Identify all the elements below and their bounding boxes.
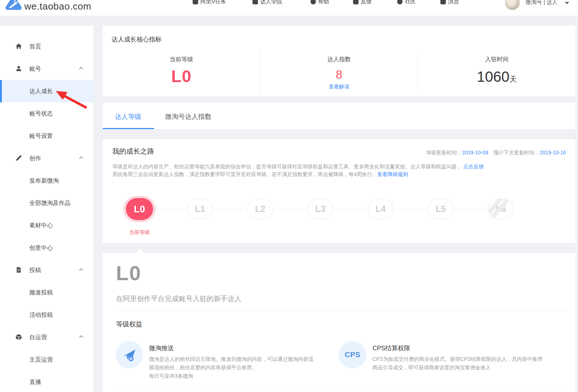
nav-item-community[interactable]: 社区: [397, 0, 416, 7]
level-badge-l4: L4: [368, 199, 393, 219]
metric-current-level: 当前等级 L0: [103, 52, 260, 92]
benefit2-description: CPS为按成交付费的商业化模式。获得CPS结算权限的达人，其内容中推荐 商品引导…: [372, 355, 543, 372]
next-update-date: 2019-10-16: [539, 150, 566, 155]
chevron-up-icon: [79, 268, 83, 272]
chevron-up-icon: [79, 67, 83, 71]
level-detail-card: L0 在阿里创作平台完成账号入驻的新手达人 等级权益 微淘推送 微淘是达人的粉丝…: [103, 253, 575, 392]
creator-index-value: 8: [261, 68, 418, 81]
sidebar-group-self-operation[interactable]: 自运营: [0, 326, 94, 348]
sidebar-item-channel-submission[interactable]: 频道投稿: [0, 281, 94, 304]
benefit1-description: 微淘是达人的粉丝回访主阵地。推送到微淘的内容，可以通过微淘内容流 展现给粉丝，粉…: [149, 355, 313, 380]
sidebar-item-activity-submission[interactable]: 活动投稿: [0, 304, 94, 326]
detail-level-title: L0: [116, 261, 141, 285]
nav-item-messages[interactable]: 消息: [440, 0, 459, 7]
benefit2-title: CPS结算权限: [372, 344, 410, 352]
sidebar-item-all-weitao-works[interactable]: 全部微淘及作品: [0, 192, 94, 214]
update-date: 2019-10-09: [462, 150, 488, 155]
chevron-up-icon: [79, 335, 83, 339]
divider: [117, 311, 572, 311]
community-icon: [397, 0, 403, 4]
active-tab-underline: [103, 128, 154, 129]
nav-item-v-task[interactable]: 阿里V任务: [193, 0, 226, 7]
downgrade-rules-link[interactable]: 查看降级规则: [377, 171, 408, 177]
message-icon: [440, 0, 446, 4]
level-badge-l2: L2: [247, 199, 273, 219]
tabs-card: 达人等级 微淘号达人指数: [103, 103, 575, 129]
detail-level-description: 在阿里创作平台完成账号入驻的新手达人: [116, 294, 241, 304]
card-notch: [135, 249, 145, 253]
academy-icon: [252, 0, 258, 4]
current-level-label: 当前等级: [123, 229, 156, 236]
level-badge-l5: L5: [428, 199, 454, 219]
benefits-title: 等级权益: [116, 320, 142, 329]
v-task-icon: [193, 0, 198, 4]
sidebar-item-account-settings[interactable]: 账号设置: [0, 125, 94, 147]
view-explanation-link[interactable]: 查看解读: [261, 84, 418, 90]
cube-icon: [15, 334, 22, 340]
sidebar-item-material-center[interactable]: 素材中心: [0, 214, 94, 237]
sidebar-group-account[interactable]: 账号: [0, 58, 94, 80]
sidebar: 首页 账号 达人成长 账号状态 账号设置 创作 发布新微淘 全部微淘及作品 素材…: [0, 26, 94, 392]
divider: [117, 390, 572, 390]
level-badge-l6: L6: [488, 199, 514, 219]
sidebar-item-publish-weitao[interactable]: 发布新微淘: [0, 169, 94, 192]
nav-item-academy[interactable]: 达人学院: [252, 0, 282, 7]
chevron-up-icon: [79, 156, 83, 160]
level-badge-l3: L3: [308, 199, 333, 219]
pencil-icon: [15, 155, 22, 161]
sidebar-item-creator-growth[interactable]: 达人成长: [0, 80, 94, 102]
sidebar-group-submission[interactable]: 投稿: [0, 259, 94, 281]
main-content: 达人成长核心指标 当前等级 L0 达人指数 8 查看解读 入驻时间 1060天 …: [103, 26, 575, 392]
top-header: we.taobao.com 阿里V任务 达人学院 帮助 反馈 社区 消息 微淘号…: [0, 0, 578, 16]
current-level-value: L0: [103, 66, 260, 86]
sidebar-item-creative-center[interactable]: 创意中心: [0, 237, 94, 259]
tab-weitao-creator-index[interactable]: 微淘号达人指数: [165, 112, 211, 121]
document-icon: [15, 267, 22, 273]
user-account-label[interactable]: 微淘号 | 达人: [526, 0, 557, 6]
growth-path-title: 我的成长之路: [112, 147, 154, 156]
tab-creator-level[interactable]: 达人等级: [115, 112, 141, 121]
user-icon: [15, 65, 22, 72]
sidebar-item-homepage-operation[interactable]: 主页运营: [0, 348, 94, 371]
site-title[interactable]: we.taobao.com: [24, 1, 91, 12]
cps-icon: CPS: [339, 341, 366, 369]
level-badge-l1: L1: [187, 199, 213, 219]
core-metrics-title: 达人成长核心指标: [112, 35, 161, 44]
core-metrics-card: 达人成长核心指标 当前等级 L0 达人指数 8 查看解读 入驻时间 1060天: [103, 26, 575, 96]
chevron-down-icon[interactable]: [565, 2, 569, 4]
sidebar-item-account-status[interactable]: 账号状态: [0, 102, 94, 125]
joined-days-value: 1060天: [418, 69, 575, 85]
wetao-logo-icon[interactable]: [5, 0, 22, 12]
sidebar-item-live[interactable]: 直播: [0, 371, 94, 392]
user-avatar[interactable]: [505, 0, 520, 10]
help-icon: [310, 0, 316, 4]
nav-item-help[interactable]: 帮助: [310, 0, 329, 7]
metric-creator-index: 达人指数 8 查看解读: [260, 52, 418, 92]
nav-item-feedback[interactable]: 反馈: [353, 0, 372, 7]
weitao-push-icon: [116, 341, 143, 369]
metric-joined-days: 入驻时间 1060天: [418, 52, 575, 92]
paper-plane-icon: [123, 348, 137, 362]
sidebar-item-home[interactable]: 首页: [0, 35, 94, 58]
level-update-dates: 等级更新时间：2019-10-09预计下次更新时间：2019-10-16: [426, 150, 566, 156]
growth-description: 等级是对达人的内容生产、粉丝运营等能力及表现的综合评估，提升等级可获得对应等级权…: [112, 163, 531, 178]
feedback-link[interactable]: 点击反馈: [463, 164, 484, 169]
benefit1-title: 微淘推送: [149, 344, 174, 352]
growth-path-card: 我的成长之路 等级更新时间：2019-10-09预计下次更新时间：2019-10…: [103, 139, 575, 243]
level-badge-l0: L0: [126, 198, 153, 220]
sidebar-group-creation[interactable]: 创作: [0, 147, 94, 169]
home-icon: [15, 43, 22, 50]
feedback-icon: [353, 0, 359, 4]
